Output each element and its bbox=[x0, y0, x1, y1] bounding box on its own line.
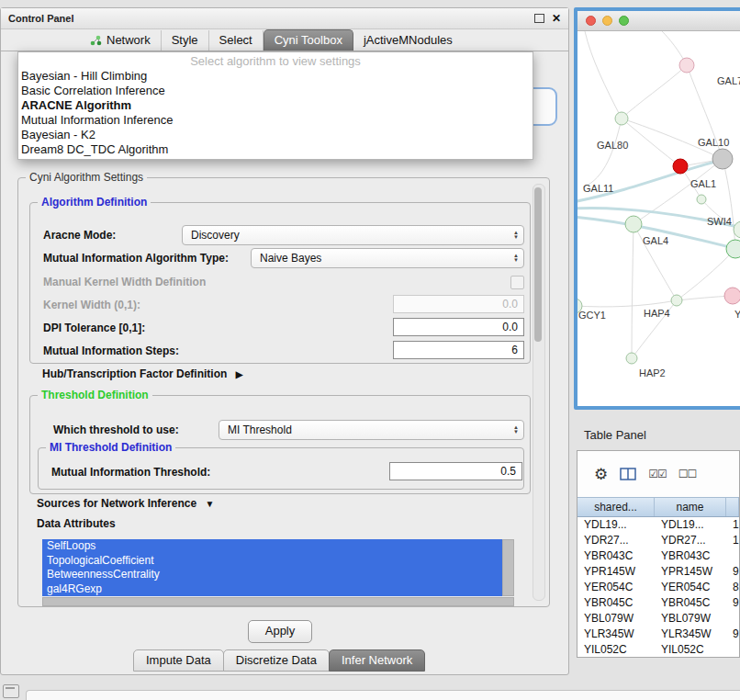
sources-label: Sources for Network Inference bbox=[37, 497, 196, 510]
unchecked-rows-icon[interactable]: ☐☐ bbox=[678, 468, 697, 480]
table-row[interactable]: YDL19... YDL19... 13 bbox=[577, 517, 739, 533]
table-body: YDL19... YDL19... 13 YDR27... YDR27... 1… bbox=[577, 517, 739, 658]
network-node[interactable] bbox=[626, 353, 637, 364]
cell: YDL19... bbox=[577, 517, 655, 533]
cell: YDR27... bbox=[577, 533, 655, 548]
group-title: Cyni Algorithm Settings bbox=[26, 171, 147, 184]
restore-panel-icon[interactable] bbox=[3, 684, 19, 698]
sources-section-toggle[interactable]: Sources for Network Inference ▼ bbox=[37, 497, 214, 510]
scrollbar-thumb[interactable] bbox=[534, 187, 542, 342]
attribute-item[interactable]: SelfLoops bbox=[42, 539, 502, 554]
cell bbox=[726, 642, 739, 658]
list-horizontal-scrollbar[interactable] bbox=[42, 597, 514, 606]
data-attributes-label: Data Attributes bbox=[37, 517, 116, 530]
tab-label: Select bbox=[219, 33, 252, 47]
network-icon bbox=[90, 35, 102, 46]
tab-style[interactable]: Style bbox=[162, 30, 209, 51]
network-node[interactable] bbox=[712, 149, 733, 169]
which-threshold-select[interactable]: MI Threshold ▲▼ bbox=[219, 420, 524, 440]
table-panel-toolbar: ⚙ ☑☑ ☐☐ bbox=[577, 451, 739, 497]
dropdown-item-selected[interactable]: ARACNE Algorithm bbox=[18, 98, 533, 113]
column-header[interactable] bbox=[726, 498, 739, 516]
tab-infer-network[interactable]: Infer Network bbox=[329, 649, 425, 672]
mi-threshold-label: Mutual Information Threshold: bbox=[51, 466, 210, 479]
attribute-item[interactable]: gal4RGexp bbox=[42, 582, 502, 597]
cell: YBL079W bbox=[655, 611, 726, 627]
network-node[interactable] bbox=[671, 295, 682, 306]
hub-section-toggle[interactable]: Hub/Transcription Factor Definition ▶ bbox=[42, 367, 242, 380]
column-header[interactable]: name bbox=[655, 498, 726, 516]
network-window-titlebar bbox=[577, 11, 740, 31]
cell: YIL052C bbox=[655, 642, 726, 658]
float-window-icon[interactable] bbox=[534, 14, 544, 23]
mi-steps-field[interactable]: 6 bbox=[393, 341, 524, 359]
dpi-tolerance-field[interactable]: 0.0 bbox=[393, 318, 524, 336]
cell: 12 bbox=[726, 533, 739, 548]
mi-type-label: Mutual Information Algorithm Type: bbox=[43, 252, 229, 265]
tab-jactivemodules[interactable]: jActiveMNodules bbox=[353, 30, 463, 51]
network-node[interactable] bbox=[625, 216, 642, 232]
table-row[interactable]: YBL079W YBL079W bbox=[577, 611, 739, 627]
settings-scrollbar[interactable] bbox=[533, 184, 545, 601]
column-header[interactable]: shared... bbox=[577, 498, 655, 516]
cell: YER054C bbox=[655, 580, 726, 595]
table-row[interactable]: YBR045C YBR045C 9. bbox=[577, 595, 739, 611]
attribute-item[interactable]: TopologicalCoefficient bbox=[42, 554, 502, 569]
tab-impute-data[interactable]: Impute Data bbox=[133, 649, 224, 672]
combo-stepper-icon: ▲▼ bbox=[509, 231, 523, 240]
table-row[interactable]: YDR27... YDR27... 12 bbox=[577, 533, 739, 548]
cell: YPR145W bbox=[655, 564, 726, 580]
aracne-mode-select[interactable]: Discovery ▲▼ bbox=[182, 225, 524, 245]
network-node-label: Y bbox=[734, 309, 740, 320]
data-attributes-list: SelfLoops TopologicalCoefficient Between… bbox=[42, 539, 514, 607]
kernel-width-field[interactable]: 0.0 bbox=[393, 295, 524, 313]
table-row[interactable]: YLR345W YLR345W 9. bbox=[577, 627, 739, 642]
mi-type-select[interactable]: Naive Bayes ▲▼ bbox=[251, 248, 524, 268]
tab-label: Network bbox=[107, 33, 151, 47]
tab-label: Cyni Toolbox bbox=[275, 33, 342, 47]
tab-cyni-toolbox[interactable]: Cyni Toolbox bbox=[263, 29, 353, 51]
group-title: MI Threshold Definition bbox=[46, 441, 175, 454]
combo-stepper-icon: ▲▼ bbox=[509, 425, 523, 435]
tab-select[interactable]: Select bbox=[209, 30, 263, 51]
close-traffic-icon[interactable] bbox=[586, 16, 596, 26]
network-node[interactable] bbox=[673, 159, 688, 174]
aracne-mode-label: Aracne Mode: bbox=[43, 229, 116, 242]
attribute-item[interactable]: BetweennessCentrality bbox=[42, 568, 502, 582]
manual-kernel-checkbox[interactable] bbox=[510, 276, 524, 289]
tab-discretize-data[interactable]: Discretize Data bbox=[223, 649, 330, 672]
dropdown-item[interactable]: Bayesian - Hill Climbing bbox=[18, 69, 533, 84]
network-node-label: SWI4 bbox=[707, 216, 732, 227]
table-row[interactable]: YBR043C YBR043C bbox=[577, 548, 739, 564]
network-node[interactable] bbox=[615, 112, 628, 125]
control-panel-titlebar: Control Panel ✕ bbox=[1, 8, 568, 29]
control-panel-tabbar: Network Style Select Cyni Toolbox jActiv… bbox=[1, 28, 568, 51]
dropdown-item[interactable]: Basic Correlation Inference bbox=[18, 84, 533, 98]
network-canvas[interactable]: GAL7 GAL80 GAL10 GAL11 GAL1 SWI4 GAL4 GC… bbox=[577, 31, 740, 407]
apply-button[interactable]: Apply bbox=[248, 620, 312, 643]
combo-stepper-icon: ▲▼ bbox=[509, 254, 523, 263]
cell: 9. bbox=[726, 627, 739, 642]
tab-network[interactable]: Network bbox=[80, 30, 162, 51]
columns-icon[interactable] bbox=[620, 468, 636, 480]
network-node-label: GAL4 bbox=[643, 235, 668, 246]
close-icon[interactable]: ✕ bbox=[552, 13, 561, 24]
network-node[interactable] bbox=[697, 195, 706, 204]
network-node[interactable] bbox=[726, 240, 740, 258]
minimize-traffic-icon[interactable] bbox=[602, 16, 612, 26]
kernel-width-label: Kernel Width (0,1): bbox=[43, 299, 140, 311]
network-node[interactable] bbox=[679, 58, 694, 73]
list-vertical-scrollbar[interactable] bbox=[502, 539, 514, 596]
mi-threshold-field[interactable]: 0.5 bbox=[389, 462, 522, 480]
zoom-traffic-icon[interactable] bbox=[619, 16, 629, 26]
checked-rows-icon[interactable]: ☑☑ bbox=[648, 468, 667, 480]
table-row[interactable]: YPR145W YPR145W 9. bbox=[577, 564, 739, 580]
dropdown-item[interactable]: Dream8 DC_TDC Algorithm bbox=[18, 142, 533, 157]
manual-kernel-label: Manual Kernel Width Definition bbox=[43, 276, 206, 288]
network-node[interactable] bbox=[724, 288, 740, 304]
dropdown-item[interactable]: Mutual Information Inference bbox=[18, 113, 533, 128]
gear-icon[interactable]: ⚙ bbox=[594, 465, 608, 484]
table-row[interactable]: YER054C YER054C 8. bbox=[577, 580, 739, 595]
dropdown-item[interactable]: Bayesian - K2 bbox=[18, 128, 533, 142]
table-row[interactable]: YIL052C YIL052C bbox=[577, 642, 739, 658]
